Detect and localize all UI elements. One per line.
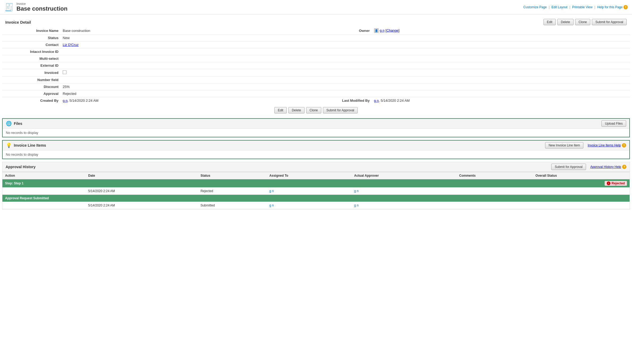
status-label: Status xyxy=(2,35,61,41)
row1-assigned-link[interactable]: g n xyxy=(269,189,274,193)
owner-change-link[interactable]: [Change] xyxy=(385,28,399,32)
row1-comments xyxy=(457,188,533,195)
discount-label: Discount xyxy=(2,83,61,90)
step-assigned-to xyxy=(267,179,352,188)
submitted-data-row: 5/14/2020 2:24 AM Submitted g n g n xyxy=(2,202,630,209)
help-icon: ? xyxy=(623,5,628,9)
line-items-help-link[interactable]: Invoice Line Items Help xyxy=(588,143,621,147)
submitted-label: Approval Request Submitted xyxy=(2,195,630,202)
invoice-detail-header: Invoice Detail Edit Delete Clone Submit … xyxy=(2,17,630,27)
approval-data-row-1: 5/14/2020 2:24 AM Rejected g n g n xyxy=(2,188,630,195)
line-items-header: 💡 Invoice Line Items New Invoice Line It… xyxy=(3,141,629,150)
submit-row-action xyxy=(2,202,86,209)
numberfield-value xyxy=(61,77,319,83)
status-row: Status New xyxy=(2,35,630,41)
line-items-no-records: No records to display xyxy=(3,150,629,159)
invoice-line-items-section: 💡 Invoice Line Items New Invoice Line It… xyxy=(2,140,630,159)
approval-row: Approval Rejected xyxy=(2,90,630,97)
col-action: Action xyxy=(2,172,86,179)
invoiced-label: Invoiced xyxy=(2,69,61,77)
help-link[interactable]: Help for this Page xyxy=(597,5,622,9)
status-value: New xyxy=(61,35,319,41)
line-items-header-left: 💡 Invoice Line Items xyxy=(6,142,46,148)
approval-history-section: Approval History Submit for Approval App… xyxy=(2,162,630,209)
line-items-title: Invoice Line Items xyxy=(14,143,46,147)
submit-row-comments xyxy=(457,202,533,209)
invoice-bottom-buttons: Edit Delete Clone Submit for Approval xyxy=(2,105,630,116)
delete-button[interactable]: Delete xyxy=(557,19,574,25)
intacct-label: Intacct Invoice ID xyxy=(2,48,61,55)
submit-assigned-link[interactable]: g n xyxy=(269,204,274,207)
submit-approval-button-bottom[interactable]: Submit for Approval xyxy=(323,107,358,113)
discount-row: Discount 25% xyxy=(2,83,630,90)
numberfield-row: Number field xyxy=(2,77,630,83)
edit-layout-link[interactable]: Edit Layout xyxy=(551,5,567,9)
owner-avatar-icon: 👤 xyxy=(374,28,379,33)
owner-value: 👤 g n [Change] xyxy=(372,27,630,35)
edit-button[interactable]: Edit xyxy=(543,19,556,25)
col-assigned-to: Assigned To xyxy=(267,172,352,179)
owner-link[interactable]: g n xyxy=(380,28,385,32)
line-items-icon: 💡 xyxy=(6,142,12,148)
submit-approver-link[interactable]: g n xyxy=(354,204,359,207)
col-comments: Comments xyxy=(457,172,533,179)
new-line-item-button[interactable]: New Invoice Line Item xyxy=(545,142,583,149)
invoice-name-row: Invoice Name Base construction Owner 👤 g… xyxy=(2,27,630,35)
last-modified-value: g n, 5/14/2020 2:24 AM xyxy=(372,97,630,104)
intacct-value xyxy=(61,48,319,55)
col-actual-approver: Actual Approver xyxy=(352,172,457,179)
clone-button-bottom[interactable]: Clone xyxy=(306,107,321,113)
submit-row-overall-status xyxy=(533,202,630,209)
submit-row-status: Submitted xyxy=(198,202,267,209)
invoice-top-buttons: Edit Delete Clone Submit for Approval xyxy=(543,19,627,25)
multiselect-label: Multi-select xyxy=(2,55,61,62)
created-by-row: Created By g n, 5/14/2020 2:24 AM Last M… xyxy=(2,97,630,104)
approval-header-left: Approval History xyxy=(6,165,36,169)
row1-approver-link[interactable]: g n xyxy=(354,189,359,193)
created-by-link[interactable]: g n xyxy=(63,99,68,103)
rejected-badge: ! Rejected xyxy=(605,181,627,186)
created-by-label: Created By xyxy=(2,97,61,104)
contact-link[interactable]: Liz D'Cruz xyxy=(63,43,79,47)
invoice-detail-title: Invoice Detail xyxy=(5,20,31,24)
page-header: 🧾 Invoice Base construction Customize Pa… xyxy=(0,0,632,15)
submit-approval-button-top[interactable]: Submit for Approval xyxy=(592,19,627,25)
page-title-area: Invoice Base construction xyxy=(16,2,68,12)
invoiced-checkbox xyxy=(63,70,66,74)
step-status xyxy=(198,179,267,188)
breadcrumb: Invoice xyxy=(16,2,68,5)
invoiced-value xyxy=(61,69,319,77)
approval-history-title: Approval History xyxy=(6,165,36,169)
col-status: Status xyxy=(198,172,267,179)
invoice-icon: 🧾 xyxy=(4,2,14,12)
step-label: Step: Step 1 xyxy=(2,179,86,188)
line-items-help-icon: ? xyxy=(622,143,626,147)
upload-files-button[interactable]: Upload Files xyxy=(601,120,626,127)
files-section: 🌐 Files Upload Files No records to displ… xyxy=(2,118,630,137)
delete-button-bottom[interactable]: Delete xyxy=(288,107,305,113)
files-header-left: 🌐 Files xyxy=(6,121,22,126)
files-no-records: No records to display xyxy=(3,129,629,137)
submit-approval-history-button[interactable]: Submit for Approval xyxy=(551,164,586,170)
submitted-row: Approval Request Submitted xyxy=(2,195,630,202)
invoice-form-table: Invoice Name Base construction Owner 👤 g… xyxy=(2,27,630,104)
files-title: Files xyxy=(14,121,22,126)
approval-label: Approval xyxy=(2,90,61,97)
contact-row: Contact Liz D'Cruz xyxy=(2,41,630,48)
multiselect-value xyxy=(61,55,319,62)
created-by-value: g n, 5/14/2020 2:24 AM xyxy=(61,97,319,104)
customize-page-link[interactable]: Customize Page xyxy=(523,5,547,9)
approval-history-help-link[interactable]: Approval History Help xyxy=(590,165,621,169)
row1-assigned-to: g n xyxy=(267,188,352,195)
top-nav: Customize Page | Edit Layout | Printable… xyxy=(523,5,628,9)
page-title: Base construction xyxy=(16,5,68,12)
last-modified-link[interactable]: g n xyxy=(374,99,379,103)
page-header-left: 🧾 Invoice Base construction xyxy=(4,2,68,12)
col-overall-status: Overall Status xyxy=(533,172,630,179)
col-date: Date xyxy=(86,172,198,179)
clone-button[interactable]: Clone xyxy=(575,19,590,25)
edit-button-bottom[interactable]: Edit xyxy=(274,107,287,113)
intacct-row: Intacct Invoice ID xyxy=(2,48,630,55)
multiselect-row: Multi-select xyxy=(2,55,630,62)
printable-view-link[interactable]: Printable View xyxy=(572,5,593,9)
